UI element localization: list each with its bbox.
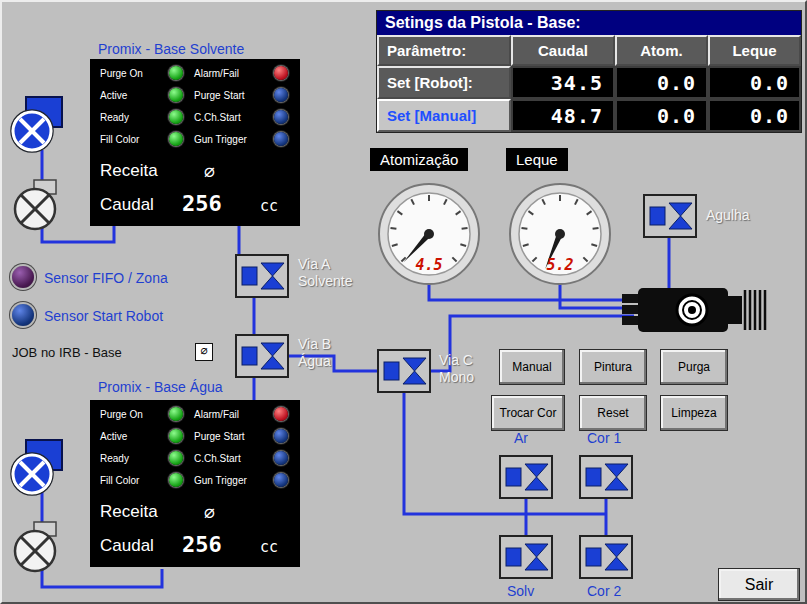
col-header-caudal: Caudal [511,35,615,66]
gun-trigger-led [274,473,288,487]
atomizacao-gauge-title: Atomização [370,148,468,171]
purge-on-led [169,66,183,80]
sensor-fifo-led [12,266,34,288]
alarm-fail-led [274,66,288,80]
valve-solv[interactable] [499,535,553,579]
pistol-settings-table: Setings da Pistola - Base: Parâmetro: Ca… [376,10,802,133]
gun-trigger-led [274,132,288,146]
robot-atom-value: 0.0 [615,66,708,99]
valve-solv-label: Solv [507,583,534,599]
receita-label: Receita [100,161,158,181]
caudal-unit: cc [260,538,278,556]
valve-cor2[interactable] [579,535,633,579]
col-header-parametro: Parâmetro: [377,35,511,66]
pintura-button[interactable]: Pintura [579,349,647,385]
reset-button[interactable]: Reset [579,395,647,431]
caudal-label: Caudal [100,195,154,215]
sensor-start-robot-led [12,304,34,326]
robot-leque-value: 0.0 [708,66,801,99]
limpeza-button[interactable]: Limpeza [660,395,728,431]
valve-via-a[interactable] [235,254,289,298]
sensor-start-robot-label: Sensor Start Robot [44,308,163,324]
valve-ar-label: Ar [514,430,528,446]
job-irb-checkbox[interactable]: ∅ [195,343,213,361]
valve-ar[interactable] [499,455,553,499]
spray-gun-icon [620,282,770,338]
receita-label: Receita [100,502,158,522]
receita-value: ∅ [204,161,215,182]
atomizacao-gauge: 4.5 [377,182,481,286]
ready-led [169,451,183,465]
job-irb-label: JOB no IRB - Base [12,345,122,360]
valve-cor2-label: Cor 2 [587,583,621,599]
trocar-cor-button[interactable]: Trocar Cor [491,395,565,431]
receita-value: ∅ [204,502,215,523]
purge-start-led [274,88,288,102]
atomizacao-value: 4.5 [415,256,442,274]
sair-button[interactable]: Sair [718,568,800,601]
valve-via-c-label: Via CMono [439,352,474,386]
manual-caudal-value[interactable]: 48.7 [511,99,615,132]
cch-start-led [274,451,288,465]
solvent-motor-icon [10,178,62,232]
valve-via-a-label: Via ASolvente [298,256,352,290]
caudal-label: Caudal [100,536,154,556]
promix-agua-title: Promix - Base Água [98,379,223,395]
manual-leque-value[interactable]: 0.0 [708,99,801,132]
hmi-screen: Setings da Pistola - Base: Parâmetro: Ca… [0,0,807,604]
agua-motor-icon [10,520,62,574]
sensor-fifo-label: Sensor FIFO / Zona [44,270,168,286]
col-header-leque: Leque [708,35,801,66]
active-led [169,88,183,102]
caudal-unit: cc [260,197,278,215]
set-robot-label: Set [Robot]: [377,66,511,99]
fill-color-led [169,132,183,146]
caudal-value: 256 [182,191,222,216]
valve-via-c[interactable] [377,349,431,393]
valve-cor1[interactable] [579,455,633,499]
valve-cor1-label: Cor 1 [587,430,621,446]
valve-agulha[interactable] [643,194,697,238]
purga-button[interactable]: Purga [660,349,728,385]
col-header-atom: Atom. [615,35,708,66]
purge-start-led [274,429,288,443]
purge-on-led [169,407,183,421]
promix-solvente-title: Promix - Base Solvente [98,41,244,57]
solvent-pump-icon [10,95,66,153]
row-set-manual: Set [Manual] 48.7 0.0 0.0 [377,99,801,132]
valve-agulha-label: Agulha [706,207,750,224]
agua-pump-icon [10,438,66,496]
ready-led [169,110,183,124]
cch-start-led [274,110,288,124]
valve-via-b[interactable] [235,334,289,378]
leque-gauge: 5.2 [508,182,612,286]
leque-gauge-title: Leque [506,148,568,171]
active-led [169,429,183,443]
fill-color-led [169,473,183,487]
promix-solvente-panel: Purge On Alarm/Fail Active Purge Start R… [90,59,300,226]
settings-table-title: Setings da Pistola - Base: [377,11,801,35]
caudal-value: 256 [182,532,222,557]
valve-via-b-label: Via BÁgua [298,336,331,370]
alarm-fail-led [274,407,288,421]
manual-atom-value[interactable]: 0.0 [615,99,708,132]
row-set-robot: Set [Robot]: 34.5 0.0 0.0 [377,66,801,99]
promix-agua-panel: Purge On Alarm/Fail Active Purge Start R… [90,400,300,567]
manual-button[interactable]: Manual [499,349,565,385]
leque-value: 5.2 [546,256,573,274]
set-manual-button[interactable]: Set [Manual] [377,99,511,132]
robot-caudal-value: 34.5 [511,66,615,99]
